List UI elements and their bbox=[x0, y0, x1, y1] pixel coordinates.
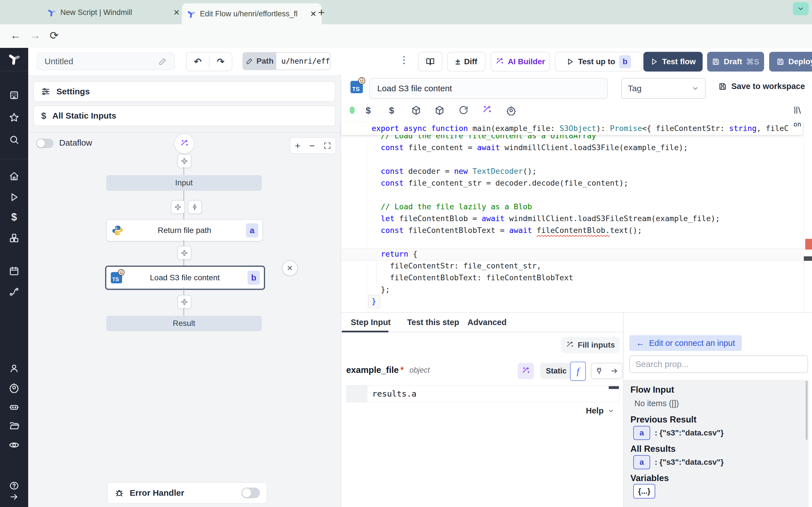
arrow-right-icon[interactable] bbox=[610, 367, 618, 375]
edit-or-connect-button[interactable]: ← Edit or connect an input bbox=[629, 335, 742, 351]
ai-fill-arg-button[interactable] bbox=[518, 363, 534, 379]
sidebar-item-runs[interactable] bbox=[9, 192, 19, 202]
sidebar-item-settings[interactable] bbox=[9, 382, 19, 393]
code-line[interactable]: const file_content = await windmillClien… bbox=[371, 142, 720, 154]
ai-flow-button[interactable] bbox=[174, 133, 195, 154]
all-static-inputs-button[interactable]: $ All Static Inputs bbox=[33, 105, 336, 126]
forward-icon[interactable]: → bbox=[30, 29, 41, 41]
reload-icon[interactable] bbox=[459, 105, 468, 115]
sidebar-item-folders[interactable] bbox=[9, 421, 19, 431]
ai-builder-button[interactable]: AI Builder bbox=[491, 52, 550, 71]
fill-inputs-button[interactable]: Fill inputs bbox=[561, 337, 620, 353]
flow-node-input[interactable]: Input bbox=[106, 175, 262, 190]
sidebar-help-icon[interactable] bbox=[9, 481, 19, 491]
deploy-button[interactable]: Deploy bbox=[769, 52, 812, 71]
code-line[interactable]: let fileContentBlob = await windmillClie… bbox=[371, 213, 720, 224]
sidebar-item-variables[interactable]: $ bbox=[11, 211, 17, 223]
test-up-to-button[interactable]: Test up to b bbox=[555, 52, 642, 71]
code-line[interactable] bbox=[371, 189, 720, 201]
code-line[interactable] bbox=[371, 154, 720, 165]
add-trigger-button[interactable] bbox=[188, 200, 202, 214]
package-icon[interactable] bbox=[411, 105, 421, 115]
code-line[interactable]: } bbox=[371, 295, 720, 307]
panel-scrollbar[interactable] bbox=[806, 381, 808, 440]
delete-step-button[interactable]: ✕ bbox=[282, 260, 298, 276]
code-editor[interactable]: // Load the entire file_content as a Uin… bbox=[371, 130, 720, 307]
help-button[interactable]: Help bbox=[586, 406, 614, 415]
code-line[interactable]: // Load the file lazily as a Blob bbox=[371, 201, 720, 213]
code-line[interactable]: const file_content_str = decoder.decode(… bbox=[371, 177, 720, 189]
add-step-button[interactable] bbox=[177, 295, 192, 309]
result-key-badge[interactable]: a bbox=[633, 455, 650, 469]
search-prop-input[interactable]: Search prop... bbox=[629, 355, 808, 373]
sidebar-item-schedules[interactable] bbox=[9, 266, 19, 276]
code-line[interactable]: return { bbox=[371, 248, 720, 260]
docs-button[interactable] bbox=[418, 52, 442, 71]
tab-search-chevron-button[interactable] bbox=[793, 2, 809, 15]
sidebar-item-audit-logs[interactable] bbox=[9, 440, 19, 450]
browser-tab-1[interactable]: New Script | Windmill ✕ bbox=[42, 4, 185, 21]
previous-result-row[interactable]: a : {"s3":"data.csv"} bbox=[633, 426, 724, 440]
code-line[interactable]: const fileContentBlobText = await fileCo… bbox=[371, 224, 720, 236]
add-step-button[interactable] bbox=[177, 246, 192, 260]
tab-test-this-step[interactable]: Test this step bbox=[407, 318, 459, 327]
javascript-expr-mode-button[interactable]: f bbox=[570, 362, 586, 381]
flow-node-step-a[interactable]: Return file path a bbox=[106, 219, 263, 241]
save-to-workspace-button[interactable]: Save to workspace bbox=[718, 82, 805, 91]
dataflow-toggle[interactable] bbox=[36, 138, 54, 148]
tab-step-input[interactable]: Step Input bbox=[351, 318, 391, 327]
tag-select[interactable]: Tag bbox=[621, 78, 706, 99]
sidebar-expand-icon[interactable] bbox=[9, 492, 19, 502]
library-icon[interactable] bbox=[793, 105, 802, 115]
flow-name-field[interactable]: Untitled bbox=[37, 53, 175, 70]
sidebar-item-workspace[interactable] bbox=[9, 90, 19, 100]
path-control[interactable]: Path u/henri/eff bbox=[243, 52, 331, 70]
all-results-row[interactable]: a : {"s3":"data.csv"} bbox=[633, 455, 724, 469]
sidebar-item-resources[interactable] bbox=[9, 233, 19, 243]
browser-tab-2[interactable]: Edit Flow u/henri/effortless_fl ✕ bbox=[182, 3, 322, 24]
reload-icon[interactable]: ⟳ bbox=[50, 29, 59, 42]
sidebar-item-favorites[interactable] bbox=[9, 112, 19, 122]
more-options-kebab-icon[interactable]: ⋮ bbox=[399, 54, 409, 65]
redo-button[interactable]: ↷ bbox=[209, 56, 232, 67]
windmill-logo[interactable] bbox=[8, 52, 20, 65]
fullscreen-icon[interactable] bbox=[324, 142, 331, 149]
sidebar-item-routes[interactable] bbox=[9, 287, 19, 297]
path-label-segment[interactable]: Path bbox=[243, 53, 276, 69]
assets-icon[interactable]: $ bbox=[366, 105, 371, 116]
plug-icon[interactable] bbox=[595, 367, 603, 375]
flow-node-result[interactable]: Result bbox=[106, 316, 262, 331]
flow-node-step-b-selected[interactable]: TS Load S3 file content b bbox=[105, 266, 265, 290]
add-step-button[interactable] bbox=[171, 200, 185, 214]
code-line[interactable]: const decoder = new TextDecoder(); bbox=[371, 165, 720, 177]
step-name-input[interactable]: Load S3 file content bbox=[369, 78, 608, 99]
code-line[interactable]: }; bbox=[371, 284, 720, 295]
undo-button[interactable]: ↶ bbox=[187, 56, 209, 67]
sidebar-item-workers[interactable] bbox=[9, 402, 19, 412]
sticky-scroll-line[interactable]: export async function main(example_file:… bbox=[341, 122, 802, 135]
tab-advanced[interactable]: Advanced bbox=[467, 318, 507, 327]
error-handler-toggle[interactable] bbox=[241, 488, 260, 498]
variables-icon[interactable]: $ bbox=[389, 105, 394, 116]
sidebar-item-search[interactable] bbox=[9, 135, 19, 145]
result-key-badge[interactable]: a bbox=[633, 426, 650, 440]
zoom-in-button[interactable]: + bbox=[295, 140, 301, 151]
code-line[interactable]: fileContentBlobText: fileContentBlobText bbox=[371, 272, 720, 284]
editor-settings-gear-icon[interactable] bbox=[506, 105, 516, 115]
back-icon[interactable]: ← bbox=[10, 29, 21, 41]
zoom-out-button[interactable]: − bbox=[309, 140, 315, 151]
expr-input[interactable]: results.a bbox=[346, 385, 620, 402]
pencil-icon[interactable] bbox=[158, 57, 167, 66]
code-line[interactable]: fileContentStr: file_content_str, bbox=[371, 260, 720, 272]
new-tab-button[interactable]: + bbox=[318, 6, 324, 19]
sidebar-item-home[interactable] bbox=[9, 171, 19, 181]
package-icon[interactable] bbox=[435, 105, 445, 115]
scrollbar-thumb[interactable] bbox=[804, 256, 812, 261]
ai-assist-icon[interactable] bbox=[482, 105, 492, 115]
tab-close-icon[interactable]: ✕ bbox=[310, 9, 317, 18]
test-flow-button[interactable]: Test flow bbox=[644, 52, 703, 71]
tab-close-icon[interactable]: ✕ bbox=[173, 8, 180, 17]
add-step-top-button[interactable] bbox=[177, 154, 192, 168]
diff-button[interactable]: ± Diff bbox=[447, 52, 486, 71]
flow-settings-button[interactable]: Settings bbox=[33, 81, 336, 102]
